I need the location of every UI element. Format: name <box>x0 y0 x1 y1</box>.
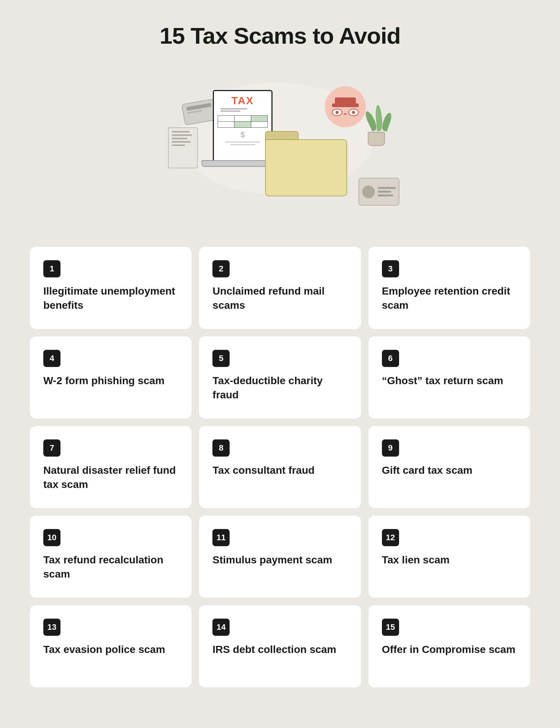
scam-number-badge-10: 10 <box>43 529 60 546</box>
scam-card-1: 1Illegitimate unemployment benefits <box>30 247 192 329</box>
page-title: 15 Tax Scams to Avoid <box>159 22 400 49</box>
receipt-icon <box>168 127 198 168</box>
scam-card-5: 5Tax-deductible charity fraud <box>199 336 361 419</box>
scam-title-2: Unclaimed refund mail scams <box>212 284 347 312</box>
scam-number-badge-3: 3 <box>382 260 399 277</box>
plant-icon <box>368 105 390 146</box>
scam-card-14: 14IRS debt collection scam <box>199 605 361 687</box>
scam-number-badge-11: 11 <box>212 529 230 546</box>
scam-title-12: Tax lien scam <box>382 553 517 567</box>
scam-title-5: Tax-deductible charity fraud <box>212 374 347 402</box>
hero-illustration: TAX $ <box>149 68 411 224</box>
scam-title-4: W-2 form phishing scam <box>43 374 178 388</box>
scam-card-6: 6“Ghost” tax return scam <box>368 336 530 419</box>
scam-card-12: 12Tax lien scam <box>368 516 530 598</box>
scam-card-13: 13Tax evasion police scam <box>30 605 192 687</box>
scam-number-badge-2: 2 <box>212 260 230 277</box>
spy-icon <box>325 86 366 127</box>
scam-card-15: 15Offer in Compromise scam <box>368 605 530 687</box>
scam-title-13: Tax evasion police scam <box>43 643 178 657</box>
id-card-icon <box>358 178 399 206</box>
scam-number-badge-5: 5 <box>212 350 230 367</box>
scam-number-badge-12: 12 <box>382 529 399 546</box>
scam-number-badge-6: 6 <box>382 350 399 367</box>
folder-icon <box>265 131 347 196</box>
scam-card-4: 4W-2 form phishing scam <box>30 336 192 419</box>
scam-title-7: Natural disaster relief fund tax scam <box>43 463 178 492</box>
scam-number-badge-7: 7 <box>43 439 60 457</box>
scam-number-badge-9: 9 <box>382 439 399 457</box>
scam-title-3: Employee retention credit scam <box>382 284 517 312</box>
scam-number-badge-15: 15 <box>382 619 399 636</box>
tax-document-icon: TAX $ <box>213 90 273 165</box>
scam-grid: 1Illegitimate unemployment benefits2Uncl… <box>30 247 530 687</box>
scam-card-9: 9Gift card tax scam <box>368 426 530 508</box>
scam-number-badge-13: 13 <box>43 619 60 636</box>
scam-title-6: “Ghost” tax return scam <box>382 374 517 388</box>
scam-title-10: Tax refund recalculation scam <box>43 553 178 581</box>
scam-title-8: Tax consultant fraud <box>212 463 347 477</box>
scam-card-10: 10Tax refund recalculation scam <box>30 516 192 598</box>
scam-number-badge-8: 8 <box>212 439 230 457</box>
scam-title-9: Gift card tax scam <box>382 463 517 477</box>
scam-number-badge-4: 4 <box>43 350 60 367</box>
scam-card-3: 3Employee retention credit scam <box>368 247 530 329</box>
scam-title-15: Offer in Compromise scam <box>382 643 517 657</box>
scam-number-badge-1: 1 <box>43 260 60 277</box>
scam-card-8: 8Tax consultant fraud <box>199 426 361 508</box>
scam-card-7: 7Natural disaster relief fund tax scam <box>30 426 192 508</box>
scam-title-11: Stimulus payment scam <box>212 553 347 567</box>
scam-card-2: 2Unclaimed refund mail scams <box>199 247 361 329</box>
scam-card-11: 11Stimulus payment scam <box>199 516 361 598</box>
scam-title-14: IRS debt collection scam <box>212 643 347 657</box>
scam-title-1: Illegitimate unemployment benefits <box>43 284 178 312</box>
scam-number-badge-14: 14 <box>212 619 230 636</box>
